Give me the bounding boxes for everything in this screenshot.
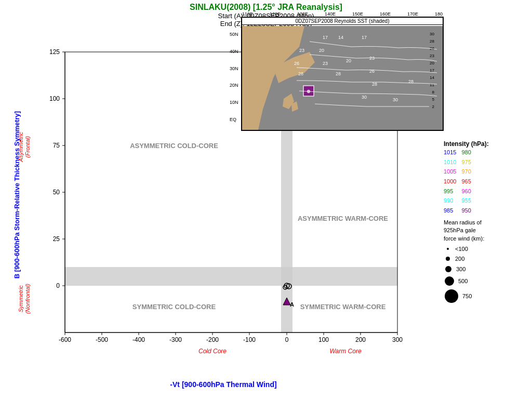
svg-text:-600: -600 xyxy=(59,336,71,343)
svg-point-69 xyxy=(446,257,450,261)
svg-text:300: 300 xyxy=(392,336,403,343)
svg-text:20: 20 xyxy=(346,58,351,63)
svg-rect-2 xyxy=(65,267,397,286)
map-svg: 17 14 17 23 20 26 23 20 23 28 28 26 28 2… xyxy=(242,26,444,131)
map-title: 0DZ07SEP2008 Reynolds SST (shaded) xyxy=(242,18,443,25)
svg-point-68 xyxy=(447,248,449,250)
radius-legend-title: Mean radius of925hPa galeforce wind (km)… xyxy=(444,219,527,243)
svg-text:23: 23 xyxy=(323,61,328,66)
quadrant-top-right: ASYMMETRIC WARM-CORE xyxy=(298,215,388,222)
svg-text:17: 17 xyxy=(323,35,328,40)
svg-text:23: 23 xyxy=(299,48,304,53)
svg-text:23: 23 xyxy=(369,56,375,61)
asymmetric-label: Asymmetric(Frontal) xyxy=(18,132,31,162)
title-line1: SINLAKU(2008) [1.25° JRA Reanalysis] xyxy=(0,3,532,12)
svg-text:125: 125 xyxy=(49,48,60,56)
svg-text:0: 0 xyxy=(285,336,289,343)
svg-text:5: 5 xyxy=(432,97,435,102)
start-label: A xyxy=(290,301,294,308)
svg-text:20: 20 xyxy=(319,48,324,53)
legend-title: Intensity (hPa): xyxy=(444,140,527,148)
svg-text:200: 200 xyxy=(355,336,366,343)
warm-core-label: Warm Core xyxy=(329,348,361,355)
symmetric-label-container: Symmetric(Nonfrontal) xyxy=(17,262,32,335)
svg-text:28: 28 xyxy=(408,79,414,84)
radius-entry-4: 500 xyxy=(444,275,527,287)
map-lat-labels xyxy=(442,26,443,131)
radius-entry-2: 200 xyxy=(444,255,527,263)
legend-col-right: 980 975 970 965 960 955 950 xyxy=(461,148,471,216)
legend-col-left: 1015 1010 1005 1000 995 990 985 xyxy=(444,148,456,216)
quadrant-bottom-left: SYMMETRIC COLD-CORE xyxy=(132,303,216,311)
svg-text:23: 23 xyxy=(430,54,434,58)
map-lat-labels-left: 50N 40N 30N 20N 10N EQ xyxy=(230,20,238,134)
svg-text:2: 2 xyxy=(432,104,435,109)
svg-text:30: 30 xyxy=(430,32,434,36)
svg-text:-300: -300 xyxy=(169,336,182,343)
svg-text:11: 11 xyxy=(430,83,434,87)
svg-text:-500: -500 xyxy=(96,336,108,343)
svg-text:17: 17 xyxy=(362,35,367,40)
main-container: SINLAKU(2008) [1.25° JRA Reanalysis] Sta… xyxy=(0,0,532,399)
symmetric-label: Symmetric(Nonfrontal) xyxy=(18,284,31,314)
map-body: 0DZ07SEP2008 Reynolds SST (shaded) 17 14… xyxy=(241,17,444,131)
map-container: 110E 120E 130E 140E 150E 160E 170E 180 0… xyxy=(241,11,444,131)
svg-text:14: 14 xyxy=(430,75,434,80)
svg-text:28: 28 xyxy=(298,71,303,76)
svg-text:0: 0 xyxy=(56,282,60,289)
svg-text:28: 28 xyxy=(372,82,377,87)
svg-text:26: 26 xyxy=(294,61,299,66)
radius-scale: <100 200 300 500 750 xyxy=(444,245,527,304)
x-axis-text: -Vt [900-600hPa Thermal Wind] xyxy=(170,380,276,389)
svg-text:25: 25 xyxy=(53,235,60,243)
svg-text:50: 50 xyxy=(53,189,60,196)
quadrant-top-left: ASYMMETRIC COLD-CORE xyxy=(130,142,218,150)
svg-text:100: 100 xyxy=(49,95,60,102)
asymmetric-label-container: Asymmetric(Frontal) xyxy=(17,46,32,248)
svg-point-71 xyxy=(445,276,454,286)
svg-text:-100: -100 xyxy=(243,336,256,343)
svg-text:14: 14 xyxy=(338,35,343,40)
svg-text:-400: -400 xyxy=(132,336,145,343)
map-lon-labels: 110E 120E 130E 140E 150E 160E 170E 180 xyxy=(241,11,444,17)
svg-text:20: 20 xyxy=(430,61,434,65)
svg-text:28: 28 xyxy=(430,39,434,44)
svg-text:30: 30 xyxy=(362,95,367,100)
svg-text:75: 75 xyxy=(53,142,60,149)
svg-text:-200: -200 xyxy=(206,336,219,343)
legend: Intensity (hPa): 1015 1010 1005 1000 995… xyxy=(444,140,527,304)
radius-entry-5: 750 xyxy=(444,288,527,304)
legend-pairs: 1015 1010 1005 1000 995 990 985 980 975 … xyxy=(444,148,527,216)
svg-text:26: 26 xyxy=(369,69,375,74)
svg-point-72 xyxy=(445,289,458,303)
svg-text:28: 28 xyxy=(336,71,341,76)
radius-entry-1: <100 xyxy=(444,245,527,253)
radius-entry-3: 300 xyxy=(444,264,527,274)
svg-point-70 xyxy=(445,266,451,272)
cold-core-label: Cold Core xyxy=(198,348,227,355)
svg-text:100: 100 xyxy=(318,336,329,343)
svg-text:8: 8 xyxy=(432,90,435,95)
x-axis-label: -Vt [900-600hPa Thermal Wind] xyxy=(34,380,413,389)
quadrant-bottom-right: SYMMETRIC WARM-CORE xyxy=(300,303,386,311)
svg-text:30: 30 xyxy=(393,97,398,102)
